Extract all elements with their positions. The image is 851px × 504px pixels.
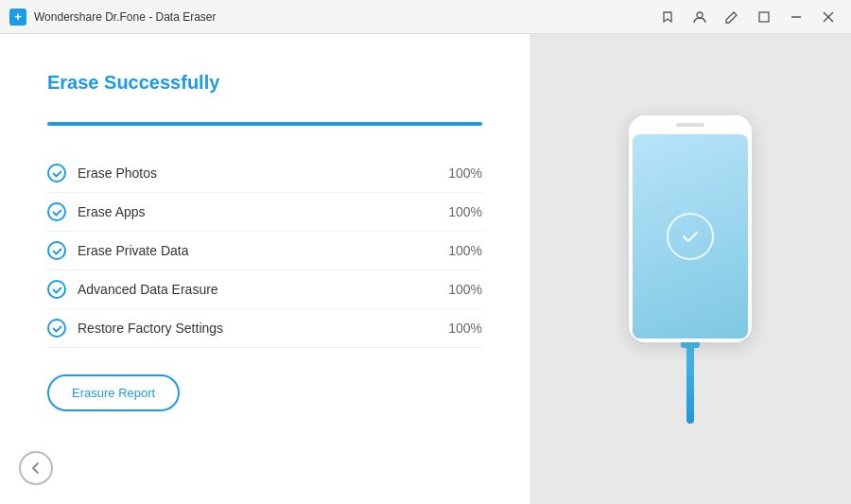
- erase-item-percent: 100%: [448, 165, 482, 181]
- progress-bar-container: [47, 122, 482, 126]
- erase-title: Erase Successfully: [47, 72, 482, 94]
- app-icon: +: [9, 9, 26, 26]
- check-icon: [47, 319, 66, 338]
- erase-item: Restore Factory Settings 100%: [47, 309, 482, 348]
- erasure-report-button[interactable]: Erasure Report: [47, 374, 180, 411]
- erase-items-list: Erase Photos 100% Erase Apps 100%: [47, 154, 482, 348]
- svg-rect-1: [759, 12, 769, 22]
- progress-section: [47, 122, 482, 145]
- erase-item-percent: 100%: [448, 243, 482, 258]
- right-panel: [530, 34, 851, 504]
- phone-check-circle: [667, 213, 714, 260]
- erase-item-percent: 100%: [448, 282, 482, 297]
- phone-cable: [686, 348, 694, 424]
- phone-screen: [633, 134, 748, 339]
- erase-item: Erase Apps 100%: [47, 193, 482, 232]
- erase-item-left: Erase Apps: [47, 202, 146, 221]
- erase-item-left: Advanced Data Erasure: [47, 280, 218, 299]
- erase-item-label: Advanced Data Erasure: [78, 282, 218, 297]
- close-button[interactable]: [815, 7, 842, 27]
- erase-item-percent: 100%: [448, 204, 482, 219]
- edit-button[interactable]: [719, 7, 745, 27]
- user-button[interactable]: [686, 7, 713, 27]
- back-button[interactable]: [19, 451, 53, 485]
- erase-item-percent: 100%: [448, 321, 482, 336]
- erase-item-left: Erase Private Data: [47, 241, 189, 260]
- phone-top-bar: [629, 115, 752, 134]
- svg-point-0: [697, 12, 703, 18]
- title-bar: + Wondershare Dr.Fone - Data Eraser: [0, 0, 851, 34]
- minimize-button[interactable]: [783, 7, 809, 27]
- erase-item-label: Erase Private Data: [78, 243, 189, 258]
- erase-item-left: Erase Photos: [47, 164, 157, 182]
- erase-item: Advanced Data Erasure 100%: [47, 270, 482, 309]
- title-bar-right: [654, 7, 842, 27]
- title-text: Wondershare Dr.Fone - Data Eraser: [34, 10, 217, 24]
- erase-item-left: Restore Factory Settings: [47, 319, 223, 338]
- erase-item-label: Restore Factory Settings: [78, 321, 223, 336]
- window-button[interactable]: [751, 7, 777, 27]
- check-icon: [47, 202, 66, 221]
- phone-cable-container: [681, 342, 700, 424]
- phone-illustration: [629, 115, 752, 424]
- check-icon: [47, 164, 66, 182]
- left-panel: Erase Successfully Erase Photos 100%: [0, 34, 530, 504]
- erase-item-label: Erase Photos: [78, 165, 157, 181]
- erase-item: Erase Photos 100%: [47, 154, 482, 193]
- check-icon: [47, 280, 66, 299]
- erase-item-label: Erase Apps: [78, 204, 146, 219]
- erase-item: Erase Private Data 100%: [47, 232, 482, 270]
- bookmark-button[interactable]: [654, 7, 681, 27]
- main-content: Erase Successfully Erase Photos 100%: [0, 34, 851, 504]
- title-bar-left: + Wondershare Dr.Fone - Data Eraser: [9, 9, 217, 26]
- phone-speaker: [676, 123, 704, 127]
- progress-bar-fill: [47, 122, 482, 126]
- check-icon: [47, 241, 66, 260]
- phone-body: [629, 115, 752, 342]
